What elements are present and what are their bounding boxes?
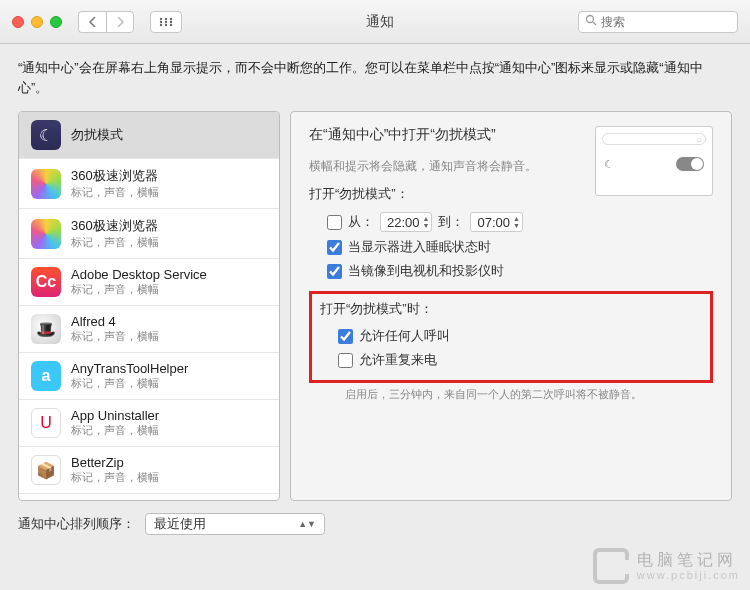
preview-search: ⌕ xyxy=(602,133,706,145)
sidebar-item-dnd[interactable]: ☾ 勿扰模式 xyxy=(19,112,279,159)
watermark: 电脑笔记网 www.pcbiji.com xyxy=(593,548,740,584)
sleep-checkbox[interactable] xyxy=(327,240,342,255)
schedule-row: 从： 22:00▲▼ 到： 07:00▲▼ xyxy=(309,209,713,235)
chevron-updown-icon: ▲▼ xyxy=(298,521,316,528)
app-icon: 🎩 xyxy=(31,314,61,344)
watermark-logo xyxy=(593,548,629,584)
watermark-text-1: 电脑笔记网 xyxy=(637,551,740,569)
allow-anyone-label: 允许任何人呼叫 xyxy=(359,327,450,345)
sidebar-item-anytrans[interactable]: a AnyTransToolHelper标记，声音，横幅 xyxy=(19,353,279,400)
sidebar-item-label: App Uninstaller xyxy=(71,408,159,423)
nav-buttons xyxy=(78,11,134,33)
allow-anyone-row: 允许任何人呼叫 xyxy=(320,324,702,348)
sidebar-item-sub: 标记，声音，横幅 xyxy=(71,185,159,200)
svg-point-4 xyxy=(165,20,167,22)
mirror-checkbox[interactable] xyxy=(327,264,342,279)
sidebar-item-label: 360极速浏览器 xyxy=(71,167,159,185)
from-label: 从： xyxy=(348,213,374,231)
stepper-icon[interactable]: ▲▼ xyxy=(513,215,520,229)
search-field[interactable] xyxy=(578,11,738,33)
preview-toggle-row: ☾ xyxy=(602,153,706,175)
sidebar-item-sub: 标记，声音，横幅 xyxy=(71,235,159,250)
to-label: 到： xyxy=(438,213,464,231)
window-title: 通知 xyxy=(190,13,570,31)
svg-point-6 xyxy=(160,23,162,25)
sidebar-item-label: BetterZip xyxy=(71,455,159,470)
moon-icon: ☾ xyxy=(604,158,614,171)
search-icon: ⌕ xyxy=(697,135,702,144)
back-button[interactable] xyxy=(78,11,106,33)
sleep-row: 当显示器进入睡眠状态时 xyxy=(309,235,713,259)
repeat-hint: 启用后，三分钟内，来自同一个人的第二次呼叫将不被静音。 xyxy=(309,387,713,402)
footer: 通知中心排列顺序： 最近使用 ▲▼ xyxy=(0,501,750,547)
sidebar-item-360-1[interactable]: 360极速浏览器标记，声音，横幅 xyxy=(19,159,279,209)
detail-panel: 在“通知中心”中打开“勿扰模式” ⌕ ☾ 横幅和提示将会隐藏，通知声音将会静音。… xyxy=(290,111,732,501)
sidebar-item-betterzip[interactable]: 📦 BetterZip标记，声音，横幅 xyxy=(19,447,279,494)
svg-point-9 xyxy=(587,16,594,23)
moon-icon: ☾ xyxy=(31,120,61,150)
app-icon: a xyxy=(31,361,61,391)
schedule-checkbox[interactable] xyxy=(327,215,342,230)
app-icon: U xyxy=(31,408,61,438)
highlighted-section: 打开“勿扰模式”时： 允许任何人呼叫 允许重复来电 xyxy=(309,291,713,383)
sidebar-item-sub: 标记，声音，横幅 xyxy=(71,470,159,485)
forward-button[interactable] xyxy=(106,11,134,33)
svg-point-3 xyxy=(160,20,162,22)
app-icon: 📦 xyxy=(31,455,61,485)
search-icon xyxy=(585,14,597,29)
app-icon: Cc xyxy=(31,267,61,297)
when-on-section-label: 打开“勿扰模式”时： xyxy=(320,300,702,318)
sidebar-item-label: 勿扰模式 xyxy=(71,126,123,144)
sidebar-item-sub: 标记，声音，横幅 xyxy=(71,329,159,344)
sort-value: 最近使用 xyxy=(154,515,206,533)
mirror-row: 当镜像到电视机和投影仪时 xyxy=(309,259,713,283)
svg-point-5 xyxy=(170,20,172,22)
sidebar-item-adobe[interactable]: Cc Adobe Desktop Service标记，声音，横幅 xyxy=(19,259,279,306)
sidebar-item-uninstaller[interactable]: U App Uninstaller标记，声音，横幅 xyxy=(19,400,279,447)
sidebar-item-360-2[interactable]: 360极速浏览器标记，声音，横幅 xyxy=(19,209,279,259)
allow-repeat-checkbox[interactable] xyxy=(338,353,353,368)
svg-point-2 xyxy=(170,17,172,19)
svg-point-7 xyxy=(165,23,167,25)
minimize-button[interactable] xyxy=(31,16,43,28)
svg-line-10 xyxy=(593,22,596,25)
app-icon xyxy=(31,219,61,249)
stepper-icon[interactable]: ▲▼ xyxy=(423,215,430,229)
show-all-button[interactable] xyxy=(150,11,182,33)
sidebar-item-label: Alfred 4 xyxy=(71,314,159,329)
sidebar-item-alfred[interactable]: 🎩 Alfred 4标记，声音，横幅 xyxy=(19,306,279,353)
sidebar-item-sub: 标记，声音，横幅 xyxy=(71,376,188,391)
allow-anyone-checkbox[interactable] xyxy=(338,329,353,344)
panel-description: “通知中心”会在屏幕右上角显示提示，而不会中断您的工作。您可以在菜单栏中点按“通… xyxy=(0,44,750,111)
app-icon xyxy=(31,169,61,199)
sidebar-item-label: Adobe Desktop Service xyxy=(71,267,207,282)
mirror-label: 当镜像到电视机和投影仪时 xyxy=(348,262,504,280)
sidebar-item-sub: 标记，声音，横幅 xyxy=(71,282,207,297)
sidebar-item-sub: 标记，声音，横幅 xyxy=(71,423,159,438)
watermark-text-2: www.pcbiji.com xyxy=(637,569,740,581)
zoom-button[interactable] xyxy=(50,16,62,28)
from-time-field[interactable]: 22:00▲▼ xyxy=(380,212,432,232)
allow-repeat-row: 允许重复来电 xyxy=(320,348,702,372)
notification-center-preview: ⌕ ☾ xyxy=(595,126,713,196)
sort-select[interactable]: 最近使用 ▲▼ xyxy=(145,513,325,535)
sort-label: 通知中心排列顺序： xyxy=(18,515,135,533)
svg-point-0 xyxy=(160,17,162,19)
sidebar-item-label: 360极速浏览器 xyxy=(71,217,159,235)
sleep-label: 当显示器进入睡眠状态时 xyxy=(348,238,491,256)
sidebar-item-label: AnyTransToolHelper xyxy=(71,361,188,376)
svg-point-1 xyxy=(165,17,167,19)
search-input[interactable] xyxy=(601,15,750,29)
to-time-field[interactable]: 07:00▲▼ xyxy=(470,212,522,232)
window-controls xyxy=(12,16,62,28)
allow-repeat-label: 允许重复来电 xyxy=(359,351,437,369)
svg-point-8 xyxy=(170,23,172,25)
sidebar-item-camtasia[interactable]: C Camtasia 2019标记 声音 横幅 xyxy=(19,494,279,501)
preview-switch xyxy=(676,157,704,171)
titlebar: 通知 xyxy=(0,0,750,44)
app-list[interactable]: ☾ 勿扰模式 360极速浏览器标记，声音，横幅 360极速浏览器标记，声音，横幅… xyxy=(18,111,280,501)
close-button[interactable] xyxy=(12,16,24,28)
